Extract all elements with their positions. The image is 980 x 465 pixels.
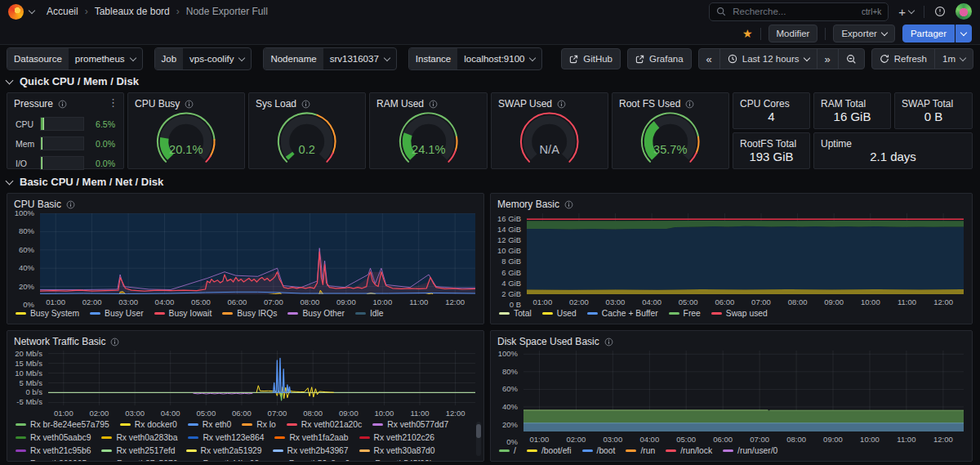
legend-item[interactable]: Rx veth1fa2aab xyxy=(274,432,348,443)
filter-value-dropdown[interactable]: localhost:9100 xyxy=(457,48,541,69)
legend-swatch xyxy=(582,449,593,452)
plot-area[interactable] xyxy=(523,351,964,431)
search-box[interactable]: ctrl+k xyxy=(709,2,889,21)
y-tick-label: 60% xyxy=(492,385,518,393)
plot-area[interactable] xyxy=(527,213,964,294)
export-button[interactable]: Exporter xyxy=(833,25,894,42)
legend-item[interactable]: Busy User xyxy=(90,308,144,319)
legend-item[interactable]: Rx docker0 xyxy=(120,419,177,430)
scrollbar-thumb[interactable] xyxy=(476,424,481,439)
panel-disk-space-used-basic: Disk Space Used Basic 0%20%40%60%80%100%… xyxy=(490,330,973,462)
legend-swatch xyxy=(359,449,370,452)
grafana-link-button[interactable]: Grafana xyxy=(627,48,692,69)
time-range-button[interactable]: Last 12 hours xyxy=(719,48,817,69)
section-quick-cpu-mem-disk[interactable]: Quick CPU / Mem / Disk xyxy=(7,73,139,89)
refresh-button[interactable]: Refresh xyxy=(871,48,935,69)
legend-item[interactable]: Busy Other xyxy=(287,308,345,319)
legend-item[interactable]: /run xyxy=(626,445,655,456)
y-tick-label: 5 Mb/s xyxy=(9,379,42,387)
legend-item[interactable]: Cache + Buffer xyxy=(587,308,658,319)
legend-item[interactable]: Rx veth52c8ae2 xyxy=(274,458,350,461)
edit-button[interactable]: Modifier xyxy=(768,25,818,42)
legend-item[interactable]: Rx veth0a283ba xyxy=(101,432,177,443)
breadcrumb-dashboards[interactable]: Tableaux de bord xyxy=(95,6,170,17)
info-icon[interactable] xyxy=(110,338,119,347)
legend-item[interactable]: Used xyxy=(542,308,577,319)
info-icon[interactable] xyxy=(429,100,438,109)
share-dropdown-button[interactable] xyxy=(956,25,972,42)
avatar[interactable] xyxy=(956,3,972,20)
legend-item[interactable]: /run/user/0 xyxy=(723,445,777,456)
info-icon[interactable] xyxy=(557,100,566,109)
legend-item[interactable]: Rx veth123e864 xyxy=(188,432,264,443)
github-link-button[interactable]: GitHub xyxy=(561,48,621,69)
filter-value-dropdown[interactable]: srv1316037 xyxy=(323,48,396,69)
info-icon[interactable] xyxy=(685,100,694,109)
filter-value-dropdown[interactable]: vps-coolify xyxy=(183,48,251,69)
legend-item[interactable]: Idle xyxy=(355,308,384,319)
share-button[interactable]: Partager xyxy=(902,25,955,42)
chevron-down-icon xyxy=(6,177,14,185)
legend-item[interactable]: Total xyxy=(499,308,532,319)
info-icon[interactable] xyxy=(301,100,310,109)
panel-title: Memory Basic xyxy=(497,199,559,210)
legend-item[interactable]: Busy IRQs xyxy=(222,308,277,319)
filter-value-dropdown[interactable]: prometheus xyxy=(69,48,142,69)
plot-area[interactable] xyxy=(48,351,475,405)
zoom-out-button[interactable] xyxy=(838,48,865,69)
legend-item[interactable]: Rx veth30a87d0 xyxy=(359,445,435,456)
search-input[interactable] xyxy=(731,6,857,17)
legend-item[interactable]: Rx veth545f92b xyxy=(360,458,434,461)
legend-item[interactable]: Busy System xyxy=(16,308,79,319)
legend-item[interactable]: Rx veth2102c26 xyxy=(359,432,434,443)
legend-scrollbar[interactable] xyxy=(476,422,481,456)
breadcrumb-home[interactable]: Accueil xyxy=(47,6,78,17)
legend-item[interactable]: Rx veth44bc93e xyxy=(188,458,263,461)
legend-item[interactable]: Free xyxy=(669,308,701,319)
x-tick-label: 01:00 xyxy=(46,297,65,306)
x-axis: 01:0002:0003:0004:0005:0006:0007:0008:00… xyxy=(523,431,964,445)
legend-item[interactable]: Rx veth2b43967 xyxy=(273,445,349,456)
add-button[interactable]: + xyxy=(897,3,915,20)
chevron-down-icon xyxy=(129,54,136,60)
legend-item[interactable]: Rx br-8e24ee57a795 xyxy=(16,419,109,430)
legend-item[interactable]: / xyxy=(499,445,516,456)
legend-item[interactable]: Rx veth2a51929 xyxy=(186,445,262,456)
time-back-button[interactable]: « xyxy=(698,48,720,69)
double-chevron-right-icon: » xyxy=(825,54,831,65)
y-axis: 0%20%40%60%80%100% xyxy=(492,351,523,431)
legend-item[interactable]: /boot xyxy=(582,445,616,456)
legend-item[interactable]: Rx veth05aabc9 xyxy=(16,432,91,443)
legend-item[interactable]: /boot/efi xyxy=(527,445,572,456)
time-forward-button[interactable]: » xyxy=(817,48,839,69)
legend-item[interactable]: Swap used xyxy=(711,308,768,319)
legend-item[interactable]: Rx veth21c95b6 xyxy=(16,445,91,456)
legend-item[interactable]: Rx lo xyxy=(242,419,275,430)
info-icon[interactable] xyxy=(66,200,75,209)
chart-legend: //boot/efi/boot/run/run/lock/run/user/0 xyxy=(491,445,972,461)
plot-area[interactable] xyxy=(40,213,475,294)
org-chevron-down-icon[interactable] xyxy=(29,7,35,13)
legend-item[interactable]: Rx veth021a20c xyxy=(287,419,362,430)
legend-item[interactable]: Rx veth369905a xyxy=(16,458,91,461)
legend-item[interactable]: Rx veth0577dd7 xyxy=(372,419,448,430)
legend-item[interactable]: Busy Iowait xyxy=(154,308,212,319)
grafana-logo-icon[interactable] xyxy=(8,4,24,20)
legend-item[interactable]: /run/lock xyxy=(666,445,712,456)
help-icon[interactable] xyxy=(933,4,947,19)
info-icon[interactable] xyxy=(604,338,613,347)
refresh-label: Refresh xyxy=(894,54,927,64)
x-tick-label: 08:00 xyxy=(303,409,323,418)
refresh-interval-button[interactable]: 1m xyxy=(934,48,973,69)
legend-item[interactable]: Rx veth2517efd xyxy=(101,445,175,456)
info-icon[interactable] xyxy=(564,200,573,209)
legend-label: Used xyxy=(557,308,577,319)
legend-item[interactable]: Rx eth0 xyxy=(188,419,232,430)
favorite-star-icon[interactable]: ★ xyxy=(742,28,753,39)
legend-label: Busy Iowait xyxy=(169,308,212,319)
info-icon[interactable] xyxy=(58,100,67,109)
legend-item[interactable]: Rx veth37c5076 xyxy=(102,458,177,461)
info-icon[interactable] xyxy=(185,100,194,109)
section-basic-cpu-mem-net-disk[interactable]: Basic CPU / Mem / Net / Disk xyxy=(7,173,163,190)
panel-menu-icon[interactable]: ⋮ xyxy=(108,96,118,109)
